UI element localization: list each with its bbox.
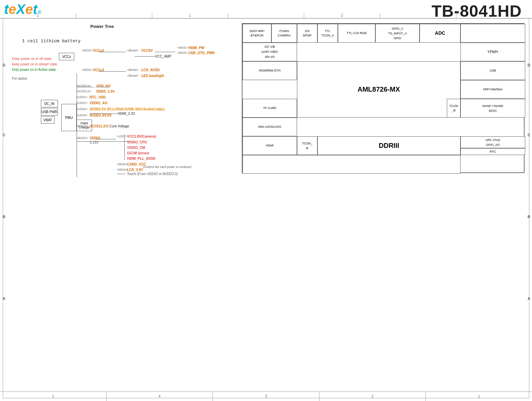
gpio-a-block: GPIO_ATS_INPUT_AGPIO (375, 24, 420, 43)
vccx3-line (99, 71, 126, 72)
mos-hdmi-pw-label: <MOS> (177, 46, 188, 49)
bottom-ruler-4: 4 (107, 392, 213, 401)
ldo-vline (124, 135, 125, 160)
vddio-cpu-signal: VDDIO_CPU (127, 140, 147, 144)
pmu-box: PMU (61, 104, 77, 131)
vcck-signal: VCCK(1.2V) Core Voltage (90, 124, 129, 128)
v-line-pmu2 (77, 141, 77, 177)
vdd-ao-signal: VDD_AO (96, 84, 111, 88)
vddio-line (95, 139, 116, 139)
top-filler (460, 24, 525, 43)
power-tree-title: Power Tree (90, 24, 114, 29)
vcc-amp-signal: VCC_AMP (155, 55, 171, 58)
hdmi-pw-signal: HDMI_PW (188, 46, 204, 50)
hdmi33-signal: HDMI_3.3V (118, 112, 135, 115)
side-label-d-right: D (528, 63, 530, 67)
usb-otg-signal: USB_OTG_PWR (188, 51, 215, 55)
side-label-b: B (3, 215, 5, 219)
ttl-tcon-block: TTLTCON_A (317, 24, 338, 43)
mini-lvds-block: Mini LVDS/LVDS (242, 118, 297, 136)
hdmi-pll-avdd-signal: HDMI_PLL_AVDD (127, 157, 155, 160)
side-label-c-right: C (528, 133, 530, 137)
rgm-block: RGM/RMII ETH (242, 61, 297, 80)
ruler-mark-2 (76, 13, 152, 18)
ddriii-block: DDRIII (317, 136, 460, 155)
buck2-label: <BUCK> (76, 136, 88, 140)
vccx2-line (99, 52, 126, 52)
ruler-mark-5: 2 (304, 13, 380, 18)
mos-vccx2-label: <MOS> (82, 49, 92, 52)
tf-card-block: TF CARD (242, 99, 297, 118)
v-line-pmu (77, 73, 77, 141)
avdd33-signal: AVDD3.3/3.0V (90, 113, 112, 117)
vbat-box: VBAT (41, 116, 54, 124)
mos-usb-otg-label: <MOS> (177, 51, 188, 55)
ldo4-label: <LDO4> (76, 113, 88, 117)
side-label-a: A (3, 296, 5, 300)
ruler-mark-7: 1 (456, 13, 532, 18)
mos-card-label: <MOS> (117, 163, 127, 166)
ypbpr-block: YPbPr (460, 43, 525, 61)
vcc-amp-line (135, 56, 155, 57)
top-ruler: 1 1 2 1 (0, 13, 532, 18)
vddio-signal: VDDIO (90, 136, 100, 140)
ruler-mark-4 (228, 13, 304, 18)
bottom-ruler-1b: 1 (426, 392, 532, 401)
hdmi-block: HDMI (242, 136, 297, 155)
rtc-vdd-signal: RTC_VDD (90, 95, 106, 99)
header: t e X e t ® TB-8041HD 1 1 2 1 (0, 0, 532, 19)
vddio-ao-signal: VDDIO_AO (90, 101, 107, 105)
usb-pwr-box: USB PWR (41, 108, 58, 115)
arc-jtag-block: ARC JTAGGPIO_AO (460, 136, 525, 148)
dc-in-box: DC_IN (41, 100, 58, 107)
note-2: keep power on in sleep# state (12, 62, 57, 67)
side-label-a-right: A (528, 296, 530, 300)
i2s-block: I2SSPDIF (297, 24, 317, 43)
boost-led-label: <Boost> (127, 74, 139, 77)
vccx-box: VCCx (59, 53, 74, 60)
vdd-ao-line (95, 87, 109, 87)
sdio-wifi-block: SDIO WIFIBT&PCM (242, 24, 271, 43)
usb-block: USB (460, 61, 525, 80)
ttl-lcd-block: TTL LCD RGB (338, 24, 375, 43)
ldo2b-label: <LDO2> (76, 107, 88, 111)
schematic-area: Power Tree 1 cell lithium battery Keep p… (9, 19, 235, 210)
bottom-ruler-1: 1 (0, 392, 107, 401)
bottom-left-filler (242, 155, 460, 174)
ldo2a-label: <LDO2> (76, 101, 88, 105)
side-label-d: D (3, 63, 5, 67)
gcm-signal: G/C/M Sensor (127, 151, 150, 155)
ruler-mark-6 (380, 13, 456, 18)
lcd-30-signal: LCD_3.0V (127, 168, 143, 172)
aml8726-chip: AML8726-MX (297, 61, 460, 118)
ddr3-signal: DDR3_1.5V (96, 90, 114, 93)
note-3: Only power on in Active state (12, 67, 57, 73)
mos-vccx3-label: <MOS> (82, 68, 92, 72)
vcc5v-line (155, 52, 175, 52)
touch-signal: Touch (From VDDIO or AVDD3.3) (127, 172, 178, 176)
tcon-b-small-block: TCON_B (447, 99, 460, 118)
ruler-mark-3: 1 (152, 13, 228, 18)
battery-label: 1 cell lithium battery (22, 38, 81, 44)
notes-area: Keep power on in off state keep power on… (12, 56, 57, 81)
ruler-mark-1: 1 (0, 13, 76, 18)
bottom-ruler-2: 2 (319, 392, 426, 401)
side-label-b-right: B (528, 215, 530, 219)
ic-diagram-outer: SDIO WIFIBT&PCM ITU601CAMERA I2SSPDIF TT… (242, 23, 525, 173)
h-line-vddio (77, 141, 129, 142)
note-4: For option (12, 76, 57, 81)
mipi-block: MIPI Interface (460, 80, 525, 99)
mos-lcd-label: <MOS> (117, 168, 127, 171)
card-vcc-note: (Control the card power in romboot) (143, 165, 191, 169)
ldo1-label: <LDO1> (76, 95, 88, 99)
adc-block: ADC (420, 24, 460, 43)
nand-block: NAND / INANDSDXC (460, 99, 525, 118)
note-1: Keep power on in off state (12, 56, 57, 62)
rtc-block: RTC (460, 148, 525, 155)
lcd-avdd-signal: LCD_AVDD (141, 68, 160, 72)
vcc18-signal: VCC1.8V(Camera) (127, 135, 156, 138)
touch-line (117, 174, 125, 174)
dcdc2-label: <DC/DC2> (76, 90, 91, 93)
boost-lcd-label: <Boost> (127, 68, 139, 72)
vddio-cm-signal: VDDIO_CM (127, 146, 145, 150)
